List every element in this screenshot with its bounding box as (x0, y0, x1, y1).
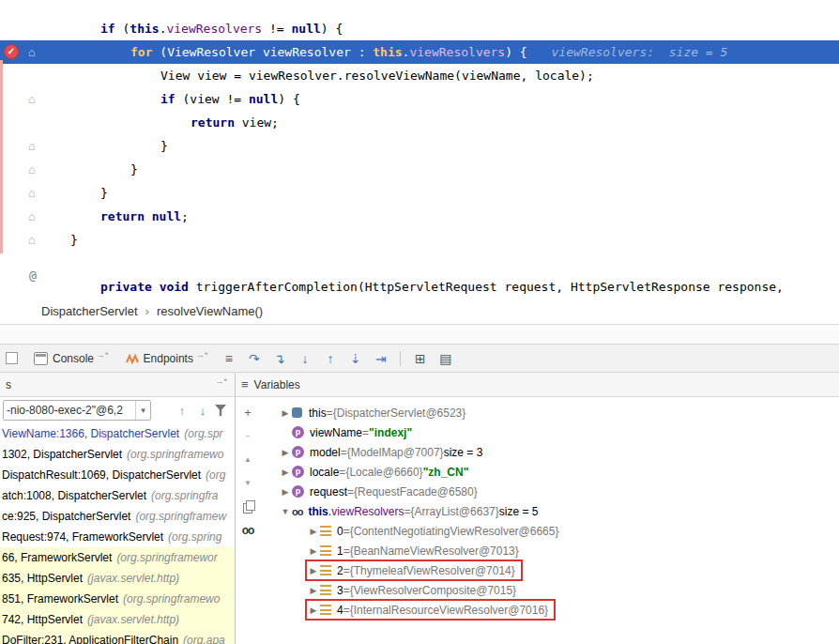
window-icon[interactable] (6, 352, 18, 364)
frame-package: (javax.servlet.http) (87, 572, 179, 585)
expand-chevron-icon[interactable]: ▶ (279, 468, 292, 477)
previous-frame-icon[interactable]: ↑ (172, 404, 192, 418)
move-watch-down-icon[interactable]: ▼ (244, 477, 252, 490)
copy-value-icon[interactable] (243, 503, 252, 514)
run-to-cursor-icon[interactable]: ⇥ (368, 351, 393, 366)
layout-settings-icon[interactable]: ▤ (433, 351, 458, 366)
code-token: null (292, 22, 321, 36)
parameter-icon: p (292, 446, 304, 458)
stack-frame-row[interactable]: 742, HttpServlet(javax.servlet.http) (0, 609, 235, 630)
frame-package: (org.springframewo (123, 592, 220, 606)
variable-row[interactable]: ▶0 = {ContentNegotiatingViewResolver@666… (260, 521, 839, 541)
expand-chevron-icon[interactable]: ▶ (279, 487, 292, 497)
breakpoint-icon[interactable]: ✓ (4, 44, 19, 59)
code-line[interactable] (0, 252, 839, 275)
variable-row[interactable]: ▶2 = {ThymeleafViewResolver@7014} (260, 560, 839, 580)
variable-row[interactable]: ▶1 = {BeanNameViewResolver@7013} (260, 541, 839, 560)
variable-row[interactable]: ▼oothis.viewResolvers = {ArrayList@6637}… (260, 501, 839, 521)
thread-selector-value: -nio-8080-exec-2"@6,2 (4, 404, 135, 417)
code-line[interactable]: return view; (0, 111, 839, 134)
code-token: this (373, 45, 402, 59)
equals-sign: = (347, 485, 354, 498)
frame-method: DoFilter:231, ApplicationFilterChain (2, 634, 178, 644)
expand-chevron-icon[interactable]: ▶ (307, 566, 320, 575)
breadcrumb-item[interactable]: resolveViewName() (157, 304, 263, 318)
hamburger-icon[interactable]: ≡ (241, 377, 249, 391)
move-watch-up-icon[interactable]: ▲ (244, 453, 252, 467)
code-line[interactable]: if (view != null) { (0, 87, 839, 111)
stack-frame-row[interactable]: ce:925, DispatcherServlet(org.springfram… (0, 506, 235, 527)
variable-row[interactable]: pviewName = "indexj" (260, 422, 839, 442)
stack-frame-row[interactable]: DispatchResult:1069, DispatcherServlet(o… (0, 465, 235, 485)
stack-frame-row[interactable]: 851, FrameworkServlet(org.springframewo (0, 589, 235, 609)
stack-frame-row[interactable]: atch:1008, DispatcherServlet(org.springf… (0, 485, 235, 506)
code-editor[interactable]: if (this.viewResolvers != null) {for (Vi… (0, 0, 839, 299)
expand-chevron-icon[interactable]: ▼ (279, 507, 292, 516)
code-token: != (262, 22, 291, 36)
remove-watch-icon[interactable]: − (246, 430, 251, 443)
view-as-grid-icon[interactable]: ⊞ (407, 351, 433, 366)
pin-icon[interactable]: →* (215, 376, 227, 386)
expand-chevron-icon[interactable]: ▶ (307, 546, 320, 556)
variable-value: {ContentNegotiatingViewResolver@6665} (350, 525, 559, 538)
equals-sign: = (343, 525, 350, 538)
stack-frame-row[interactable]: 66, FrameworkServlet(org.springframewor (0, 547, 235, 568)
next-frame-icon[interactable]: ↓ (192, 404, 213, 418)
variable-row[interactable]: ▶this = {DispatcherServlet@6523} (260, 403, 839, 422)
drop-frame-icon[interactable]: ⇣ (343, 351, 368, 366)
toolbar-separator (400, 351, 401, 366)
settings-menu-icon[interactable]: ≡ (216, 351, 241, 366)
add-watch-icon[interactable]: + (244, 406, 252, 420)
step-out-icon[interactable]: ↑ (317, 351, 343, 366)
code-line[interactable]: } (0, 228, 839, 252)
frame-package: (org.springfra (151, 489, 218, 502)
step-into-icon[interactable]: ↓ (292, 351, 317, 366)
variable-row[interactable]: ▶prequest = {RequestFacade@6580} (260, 482, 839, 501)
variable-row[interactable]: ▶3 = {ViewResolverComposite@7015} (260, 580, 839, 600)
stack-frame-row[interactable]: DoFilter:231, ApplicationFilterChain(org… (0, 630, 235, 644)
stack-frame-row[interactable]: 635, HttpServlet(javax.servlet.http) (0, 568, 235, 589)
code-token: ; (181, 209, 189, 223)
variable-string-value: "zh_CN" (423, 466, 469, 479)
code-line[interactable]: } (0, 134, 839, 158)
stack-frame-row[interactable]: ViewName:1366, DispatcherServlet(org.spr (0, 423, 235, 444)
frame-package: (org (206, 468, 225, 482)
variable-name: this (308, 505, 328, 518)
frame-method: 1302, DispatcherServlet (2, 448, 122, 461)
variable-row[interactable]: ▶plocale = {Locale@6660} "zh_CN" (260, 462, 839, 482)
variable-row[interactable]: ▶pmodel = {ModelMap@7007} size = 3 (260, 442, 839, 462)
frame-package: (org.apa (183, 634, 225, 644)
expand-chevron-icon[interactable]: ▶ (279, 408, 292, 418)
code-line[interactable]: } (0, 181, 839, 205)
tab-endpoints[interactable]: Endpoints→* (117, 345, 217, 372)
thread-selector[interactable]: -nio-8080-exec-2"@6,2 ▾ (3, 400, 151, 421)
expand-chevron-icon[interactable]: ▶ (279, 448, 292, 457)
stack-frame-row[interactable]: Request:974, FrameworkServlet(org.spring (0, 527, 235, 547)
equals-sign: = (343, 604, 350, 617)
code-line[interactable]: private void triggerAfterCompletion(Http… (0, 275, 839, 299)
expand-chevron-icon[interactable]: ▶ (307, 586, 320, 595)
step-over-icon[interactable]: ↴ (267, 351, 292, 366)
variable-name: request (310, 485, 347, 498)
tab-console[interactable]: Console→* (25, 345, 117, 372)
variable-value: {ArrayList@6637} (411, 505, 499, 518)
code-line[interactable]: View view = viewResolver.resolveViewName… (0, 64, 839, 87)
code-token: private (100, 280, 152, 294)
variable-value: {BeanNameViewResolver@7013} (350, 544, 519, 558)
code-line[interactable]: for (ViewResolver viewResolver : this.vi… (0, 40, 839, 64)
code-line[interactable]: } (0, 158, 839, 181)
expand-chevron-icon[interactable]: ▶ (307, 606, 320, 615)
code-line[interactable]: if (this.viewResolvers != null) { (0, 17, 839, 40)
chevron-down-icon[interactable]: ▾ (135, 401, 150, 420)
code-token: for (130, 45, 152, 59)
filter-icon[interactable] (215, 405, 226, 416)
variable-name: viewName (310, 426, 362, 439)
variable-row[interactable]: ▶4 = {InternalResourceViewResolver@7016} (260, 600, 839, 620)
expand-chevron-icon[interactable]: ▶ (307, 527, 320, 536)
stack-frame-row[interactable]: 1302, DispatcherServlet(org.springframew… (0, 444, 235, 465)
breadcrumb-separator: › (145, 304, 149, 318)
breadcrumb-item[interactable]: DispatcherServlet (41, 304, 138, 318)
show-execution-point-icon[interactable]: ↷ (241, 351, 267, 366)
show-watches-icon[interactable]: oo (242, 524, 254, 537)
code-line[interactable]: return null; (0, 205, 839, 228)
